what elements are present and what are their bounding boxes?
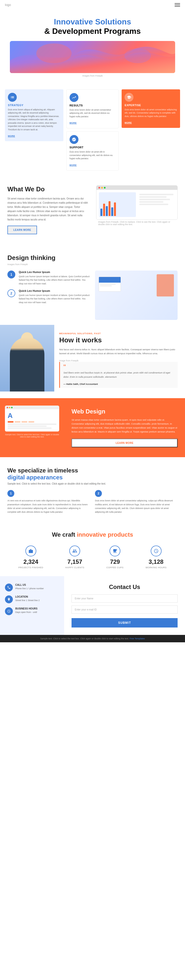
support-more[interactable]: MORE — [70, 164, 77, 166]
spec-num-1: 1 — [7, 490, 14, 497]
learn-more-button[interactable]: LEARN MORE — [7, 226, 37, 234]
footer: Sample text. Click to select the text bo… — [0, 635, 185, 642]
design-item-title-1: Quick Leo Humor Ipsum — [19, 270, 90, 274]
stat-clients: 7,157 HAPPY CLIENTS — [65, 546, 84, 569]
design-thinking-section: Design thinking Images from Freepik 1 Qu… — [0, 244, 185, 325]
contact-left: CALL US Phone line 1 / phone number LOCA… — [0, 576, 64, 635]
web-design-right: Web Design Sit amet massa vitae tortor c… — [64, 398, 185, 457]
location-icon — [5, 595, 13, 603]
web-dots — [8, 421, 57, 423]
stat-hours: 3,128 WORKING HOURS — [145, 546, 167, 569]
web-design-left: A Sample text. Click to select the text … — [0, 398, 64, 457]
email-input[interactable] — [71, 606, 178, 614]
stat-label-hours: WORKING HOURS — [145, 566, 167, 569]
stat-label-clients: HAPPY CLIENTS — [65, 566, 84, 569]
web-letter: A — [8, 412, 57, 420]
stat-label-coffee: COFFEE CUPS — [106, 566, 123, 569]
design-items: 1 Quick Leo Humor Ipsum Quick Leo humor … — [7, 270, 178, 320]
results-text: Duis eros lorem dolor sit amet consectet… — [70, 108, 116, 118]
footer-text: Sample text. Click to select the text bo… — [5, 637, 180, 640]
name-field[interactable] — [71, 594, 178, 603]
hours-icon — [5, 607, 13, 615]
design-image — [95, 270, 178, 320]
contact-hours: BUSINESS HOURS Days open from - until — [5, 607, 59, 615]
contact-hours-value: Days open from - until — [15, 611, 38, 614]
name-input[interactable] — [71, 594, 178, 603]
browser-bar — [96, 186, 177, 190]
hero-credit: Images from Freepik — [10, 75, 175, 77]
how-left — [0, 325, 54, 398]
results-icon — [70, 93, 78, 102]
expertise-card: EXPERTISE Duis eros lorem dolor sit amet… — [122, 89, 180, 128]
header: logo — [0, 0, 185, 10]
stat-num-hours: 3,128 — [145, 558, 167, 565]
coffee-icon — [109, 546, 120, 557]
contact-location: LOCATION Street line 1 Street line 2 — [5, 595, 59, 603]
web-browser-content: A — [5, 409, 59, 431]
footer-link[interactable]: Free Templates — [130, 637, 145, 640]
results-title: RESULTS — [70, 104, 116, 107]
person-photo — [0, 325, 54, 391]
spec-col-1: 1 At vero eos et accusamus et iusto odio… — [7, 490, 90, 514]
web-caption: Sample text. Click to select the text bo… — [5, 433, 59, 438]
people-icon — [69, 546, 80, 557]
how-right: MEANINGFUL SOLUTIONS, FAST How it works … — [54, 325, 185, 398]
svg-point-1 — [125, 48, 151, 63]
spec-num-2: 2 — [95, 490, 102, 497]
web-design-title: Web Design — [71, 408, 178, 415]
design-num-1: 1 — [7, 270, 15, 278]
strategy-more[interactable]: MORE — [8, 135, 15, 137]
craft-section: We craft innovative products 2,324 PROJE… — [0, 524, 185, 576]
stats: 2,324 PROJECTS FINISHED 7,157 HAPPY CLIE… — [7, 546, 178, 569]
support-title: SUPPORT — [70, 146, 116, 149]
contact-location-label: LOCATION — [15, 595, 40, 598]
stat-label-projects: PROJECTS FINISHED — [19, 566, 43, 569]
results-card: RESULTS Duis eros lorem dolor sit amet c… — [66, 89, 119, 129]
testimonial: " Sed libero enim sed faucibus turpis in… — [59, 362, 178, 388]
hero-title: Innovative Solutions & Development Progr… — [10, 17, 175, 36]
browser-content — [96, 190, 177, 220]
expertise-title: EXPERTISE — [125, 104, 177, 107]
craft-title: We craft innovative products — [7, 531, 178, 538]
design-item-text-1: Quick Leo Humor Ipsum Quick Leo humor ip… — [19, 270, 90, 285]
stat-num-coffee: 729 — [106, 558, 123, 565]
strategy-card: STRATEGY Duis eros lorem aliqua el adipi… — [5, 89, 63, 142]
support-icon — [70, 135, 78, 144]
what-we-do-right: Images from Freepik. Click to replace. C… — [96, 185, 178, 227]
design-item-title-2: Quick Leo Humor Ipsum — [19, 289, 90, 292]
contact-call-value: Phone line 1 / phone number — [15, 587, 44, 590]
design-num-2: 2 — [7, 289, 15, 297]
submit-button[interactable]: SUBMIT — [71, 618, 178, 627]
design-thinking-title: Design thinking — [7, 254, 178, 262]
hero-wave — [10, 41, 175, 73]
design-item-desc-1: Quick Leo humor ipsum tempor incidunt ut… — [19, 275, 90, 285]
strategy-icon — [8, 93, 17, 102]
specialize-title: We specialize in timeless digital appear… — [7, 467, 178, 481]
contact-call-text: CALL US Phone line 1 / phone number — [15, 584, 44, 590]
design-item-desc-2: Quick Leo humor ipsum tempor incidunt ut… — [19, 294, 90, 304]
expertise-more[interactable]: MORE — [125, 121, 132, 124]
menu-button[interactable] — [175, 3, 180, 7]
spec-text-2: Duis eros lorem dolor sit amet consectet… — [95, 499, 178, 514]
specialize-sub: Sample text. Click to select the text bo… — [7, 482, 178, 485]
how-title: How it works — [59, 336, 178, 344]
web-design-learn-more[interactable]: LEARN MORE — [71, 439, 178, 447]
what-we-do-text: Sit amet massa vitae tortor condimentum … — [7, 196, 89, 222]
browser-mockup — [96, 185, 178, 220]
stat-num-projects: 2,324 — [19, 558, 43, 565]
design-left: 1 Quick Leo Humor Ipsum Quick Leo humor … — [7, 270, 90, 320]
svg-point-0 — [36, 43, 71, 63]
support-text: Duis eros lorem dolor sit amet elit in c… — [70, 150, 116, 161]
specialize-cols: 1 At vero eos et accusamus et iusto odio… — [7, 490, 178, 514]
browser-list — [138, 192, 175, 217]
what-we-do-section: What We Do Sit amet massa vitae tortor c… — [0, 175, 185, 244]
testimonial-quote: Sed libero enim sed faucibus turpis in. … — [63, 371, 174, 379]
design-right — [95, 270, 178, 320]
results-more[interactable]: MORE — [70, 122, 77, 124]
logo: logo — [5, 3, 11, 7]
strategy-title: STRATEGY — [8, 104, 60, 107]
web-design-section: A Sample text. Click to select the text … — [0, 398, 185, 457]
spec-text-1: At vero eos et accusamus et iusto odio d… — [7, 499, 90, 514]
email-field[interactable] — [71, 606, 178, 614]
contact-right: Contact Us SUBMIT — [64, 576, 185, 635]
